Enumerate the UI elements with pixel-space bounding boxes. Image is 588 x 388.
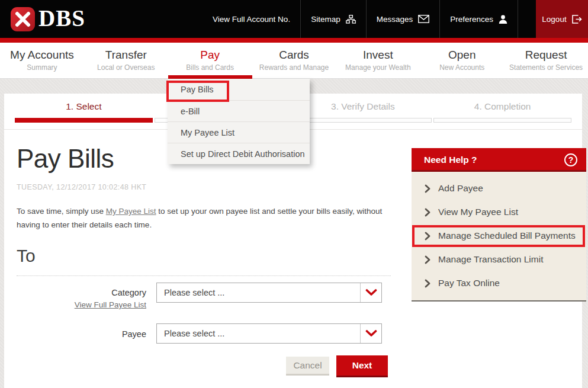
preferences-icon [499, 15, 507, 24]
step-completion[interactable]: 4. Completion [433, 101, 571, 129]
need-help-title: Need Help ? [424, 155, 477, 165]
help-item-manage-scheduled-bill-payments[interactable]: Manage Scheduled Bill Payments [412, 224, 586, 248]
preferences-label: Preferences [450, 15, 493, 24]
nav-cards-title: Cards [252, 49, 336, 62]
nav-request[interactable]: Request Statements or Services [504, 43, 588, 78]
main-navigation: My Accounts Summary Transfer Local or Ov… [0, 43, 588, 79]
logout-label: Logout [542, 15, 566, 24]
help-item-view-my-payee-list[interactable]: View My Payee List [412, 200, 586, 224]
page-timestamp: TUESDAY, 12/12/2017 10:02:48 HKT [17, 183, 396, 191]
topbar-spacer [518, 0, 536, 38]
intro-before: To save time, simply use [17, 207, 106, 216]
cancel-button[interactable]: Cancel [286, 357, 329, 376]
category-select-arrow[interactable] [360, 283, 381, 302]
preferences-link[interactable]: Preferences [439, 0, 518, 38]
step-completion-bar [433, 118, 571, 123]
nav-open-subtitle: New Accounts [420, 63, 504, 72]
nav-transfer-title: Transfer [84, 49, 168, 62]
category-select-value: Please select ... [157, 283, 360, 302]
menu-item-my-payee-list[interactable]: My Payee List [168, 121, 310, 143]
chevron-down-icon [365, 330, 377, 337]
step-select[interactable]: 1. Select [15, 101, 153, 129]
payee-select-arrow[interactable] [360, 324, 381, 343]
nav-invest-subtitle: Manage your Wealth [336, 63, 420, 72]
step-completion-label: 4. Completion [433, 101, 571, 114]
nav-transfer-subtitle: Local or Overseas [84, 63, 168, 72]
messages-link[interactable]: Messages [366, 0, 440, 38]
help-item-label: View My Payee List [438, 207, 518, 217]
nav-open-title: Open [420, 49, 504, 62]
step-verify-details[interactable]: 3. Verify Details [294, 101, 432, 129]
payee-label: Payee [17, 329, 146, 339]
question-circle-icon[interactable]: ? [564, 153, 577, 166]
chevron-right-icon [425, 232, 430, 241]
nav-my-accounts[interactable]: My Accounts Summary [0, 43, 84, 78]
dbs-internet-banking-screen: DBS View Full Account No. Sitemap Messag… [0, 0, 588, 388]
nav-cards-subtitle: Rewards and Manage [252, 63, 336, 72]
menu-item-set-up-direct-debit-authorisation[interactable]: Set up Direct Debit Authorisation [168, 143, 310, 164]
to-section-heading: To [17, 246, 396, 266]
nav-invest[interactable]: Invest Manage your Wealth [336, 43, 420, 78]
chevron-right-icon [425, 255, 430, 264]
category-select[interactable]: Please select ... [156, 283, 382, 303]
category-label: Category [17, 288, 146, 297]
menu-item-pay-bills[interactable]: Pay Bills [168, 79, 310, 100]
payee-select[interactable]: Please select ... [156, 323, 382, 344]
menu-item-e-bill[interactable]: e-Bill [168, 100, 310, 121]
help-item-add-payee[interactable]: Add Payee [412, 177, 586, 200]
view-full-payee-list-link[interactable]: View Full Payee List [17, 300, 146, 309]
sitemap-icon [346, 15, 356, 24]
need-help-header: Need Help ? ? [412, 148, 586, 172]
nav-request-subtitle: Statements or Services [504, 63, 588, 72]
intro-text: To save time, simply use My Payee List t… [17, 205, 396, 232]
step-verify-details-label: 3. Verify Details [294, 101, 432, 114]
help-item-pay-tax-online[interactable]: Pay Tax Online [412, 271, 586, 295]
help-item-label: Add Payee [438, 183, 483, 194]
sitemap-link[interactable]: Sitemap [300, 0, 366, 38]
view-full-account-label: View Full Account No. [213, 15, 290, 24]
sitemap-label: Sitemap [311, 15, 340, 24]
my-payee-list-link[interactable]: My Payee List [106, 207, 156, 216]
nav-invest-title: Invest [336, 49, 420, 62]
messages-icon [418, 15, 429, 23]
topbar-links: View Full Account No. Sitemap Messages [203, 0, 588, 38]
help-item-label: Pay Tax Online [438, 278, 500, 288]
help-item-manage-transaction-limit[interactable]: Manage Transaction Limit [412, 248, 586, 271]
logout-icon [572, 15, 582, 24]
chevron-right-icon [425, 184, 430, 193]
pay-dropdown-menu: Pay Bills e-Bill My Payee List Set up Di… [168, 79, 310, 164]
need-help-list: Add Payee View My Payee List Manage Sche… [412, 172, 586, 302]
chevron-down-icon [365, 289, 377, 296]
nav-open[interactable]: Open New Accounts [420, 43, 504, 78]
need-help-panel: Need Help ? ? Add Payee View My Payee Li… [412, 148, 586, 302]
dotted-separator [17, 275, 391, 276]
nav-my-accounts-title: My Accounts [0, 49, 84, 62]
step-select-bar [15, 118, 153, 123]
topbar: DBS View Full Account No. Sitemap Messag… [0, 0, 588, 38]
view-full-account-link[interactable]: View Full Account No. [203, 0, 300, 38]
help-item-label: Manage Transaction Limit [438, 254, 543, 265]
dbs-logo[interactable]: DBS [10, 7, 85, 32]
step-select-label: 1. Select [15, 101, 153, 114]
payee-select-value: Please select ... [157, 324, 360, 343]
nav-my-accounts-subtitle: Summary [0, 63, 84, 72]
next-button[interactable]: Next [336, 355, 388, 377]
nav-pay[interactable]: Pay Bills and Cards [168, 43, 252, 78]
logout-button[interactable]: Logout [536, 0, 588, 38]
dbs-logo-icon [10, 7, 36, 32]
nav-request-title: Request [504, 49, 588, 62]
chevron-right-icon [425, 279, 430, 288]
chevron-right-icon [425, 208, 430, 217]
nav-transfer[interactable]: Transfer Local or Overseas [84, 43, 168, 78]
help-item-label: Manage Scheduled Bill Payments [438, 230, 576, 241]
nav-pay-title: Pay [168, 49, 252, 62]
nav-cards[interactable]: Cards Rewards and Manage [252, 43, 336, 78]
nav-pay-subtitle: Bills and Cards [168, 63, 252, 72]
dbs-wordmark: DBS [38, 7, 85, 32]
messages-label: Messages [377, 15, 413, 24]
step-verify-details-bar [294, 118, 432, 123]
brand-red-strip [0, 38, 588, 43]
